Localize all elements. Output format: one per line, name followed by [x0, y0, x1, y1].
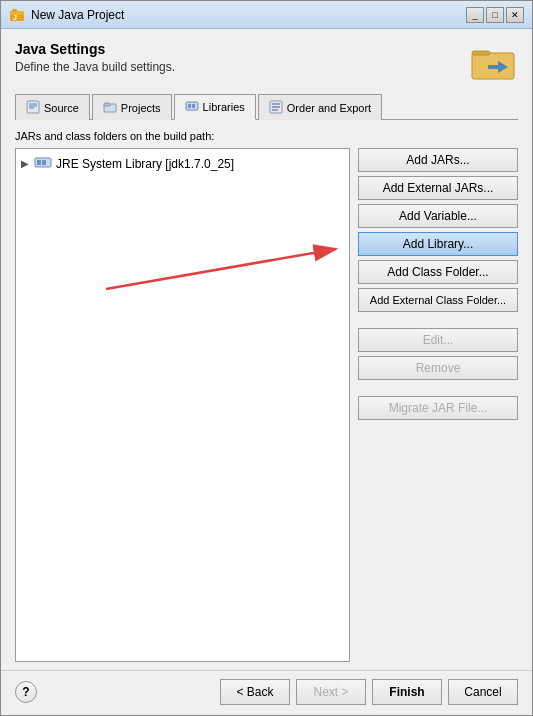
close-button[interactable]: ✕: [506, 7, 524, 23]
page-subtitle: Define the Java build settings.: [15, 60, 175, 74]
source-tab-icon: [26, 100, 40, 116]
content-area: Java Settings Define the Java build sett…: [1, 29, 532, 670]
header-section: Java Settings Define the Java build sett…: [15, 41, 518, 83]
svg-rect-9: [488, 65, 498, 69]
tab-order-export-label: Order and Export: [287, 102, 371, 114]
window-title: New Java Project: [31, 8, 466, 22]
title-bar: J New Java Project _ □ ✕: [1, 1, 532, 29]
svg-rect-10: [27, 101, 39, 113]
tab-order-export[interactable]: Order and Export: [258, 94, 382, 120]
svg-rect-2: [12, 9, 17, 12]
migrate-jar-button[interactable]: Migrate JAR File...: [358, 396, 518, 420]
svg-rect-24: [37, 160, 41, 165]
tab-source[interactable]: Source: [15, 94, 90, 120]
bottom-bar: ? < Back Next > Finish Cancel: [1, 670, 532, 715]
add-external-jars-button[interactable]: Add External JARs...: [358, 176, 518, 200]
main-panel: ▶ JRE System Library [jdk1.7.0_25]: [15, 148, 518, 662]
nav-buttons: < Back Next > Finish Cancel: [220, 679, 518, 705]
add-jars-button[interactable]: Add JARs...: [358, 148, 518, 172]
svg-text:J: J: [13, 14, 17, 21]
libraries-tab-icon: [185, 99, 199, 115]
finish-button[interactable]: Finish: [372, 679, 442, 705]
header-text: Java Settings Define the Java build sett…: [15, 41, 175, 74]
tab-libraries-label: Libraries: [203, 101, 245, 113]
tree-panel[interactable]: ▶ JRE System Library [jdk1.7.0_25]: [15, 148, 350, 662]
button-spacer-2: [358, 384, 518, 392]
back-button[interactable]: < Back: [220, 679, 290, 705]
expand-arrow[interactable]: ▶: [20, 159, 30, 169]
svg-rect-25: [42, 160, 46, 165]
svg-rect-6: [472, 51, 490, 55]
add-external-class-folder-button[interactable]: Add External Class Folder...: [358, 288, 518, 312]
annotation-arrow: [46, 169, 350, 369]
jre-library-icon: [34, 155, 52, 172]
tree-item-jre[interactable]: ▶ JRE System Library [jdk1.7.0_25]: [20, 153, 345, 174]
svg-rect-15: [104, 103, 110, 106]
page-title: Java Settings: [15, 41, 175, 57]
add-class-folder-button[interactable]: Add Class Folder...: [358, 260, 518, 284]
tab-projects[interactable]: Projects: [92, 94, 172, 120]
order-tab-icon: [269, 100, 283, 116]
edit-button[interactable]: Edit...: [358, 328, 518, 352]
button-spacer: [358, 316, 518, 324]
tabs-bar: Source Projects: [15, 93, 518, 120]
svg-rect-17: [188, 104, 191, 108]
tab-source-label: Source: [44, 102, 79, 114]
window-controls: _ □ ✕: [466, 7, 524, 23]
window: J New Java Project _ □ ✕ Java Settings D…: [0, 0, 533, 716]
maximize-button[interactable]: □: [486, 7, 504, 23]
next-button[interactable]: Next >: [296, 679, 366, 705]
svg-line-27: [106, 249, 336, 289]
add-library-button[interactable]: Add Library...: [358, 232, 518, 256]
help-button[interactable]: ?: [15, 681, 37, 703]
add-variable-button[interactable]: Add Variable...: [358, 204, 518, 228]
window-icon: J: [9, 7, 25, 23]
tab-libraries[interactable]: Libraries: [174, 94, 256, 120]
jre-library-label: JRE System Library [jdk1.7.0_25]: [56, 157, 234, 171]
buttons-panel: Add JARs... Add External JARs... Add Var…: [358, 148, 518, 662]
cancel-button[interactable]: Cancel: [448, 679, 518, 705]
tab-projects-label: Projects: [121, 102, 161, 114]
remove-button[interactable]: Remove: [358, 356, 518, 380]
minimize-button[interactable]: _: [466, 7, 484, 23]
svg-rect-18: [192, 104, 195, 108]
header-icon: [470, 41, 518, 83]
description-label: JARs and class folders on the build path…: [15, 130, 518, 142]
projects-tab-icon: [103, 100, 117, 116]
